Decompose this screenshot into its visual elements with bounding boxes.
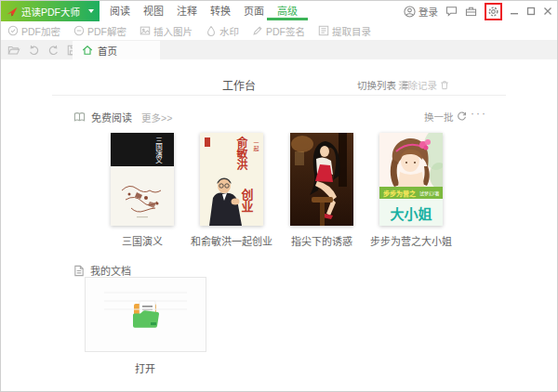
home-icon xyxy=(82,45,93,56)
toolbar-label: PDF签名 xyxy=(266,24,305,38)
toolbar-item-insert-image[interactable]: 插入图片 xyxy=(140,24,193,38)
menu-tab-page[interactable]: 页面 xyxy=(237,1,271,21)
book-title: 和俞敏洪一起创业 xyxy=(191,233,272,248)
refresh-icon xyxy=(457,111,467,122)
book-stack-icon xyxy=(73,111,86,123)
app-logo-menu[interactable]: 迅读PDF大师 xyxy=(1,1,100,21)
droplet-icon xyxy=(206,25,217,36)
logo-dropdown-caret-icon xyxy=(88,9,94,13)
toolbar-item-pdf-sign[interactable]: PDF签名 xyxy=(252,24,305,38)
advanced-toolbar: PDF加密 PDF解密 插入图片 水印 PDF签名 xyxy=(1,21,557,41)
unlock-circle-icon xyxy=(73,25,85,36)
clear-records-label: 清除记录 xyxy=(398,78,437,92)
book-cover-image: 三国演义 xyxy=(111,133,174,226)
document-icon xyxy=(73,265,85,277)
toolbar-item-pdf-encrypt[interactable]: PDF加密 xyxy=(7,24,60,38)
menu-tab-read[interactable]: 阅读 xyxy=(103,1,137,21)
gear-icon[interactable] xyxy=(487,6,499,18)
window-controls: 登录 xyxy=(404,1,552,21)
login-button[interactable]: 登录 xyxy=(404,5,438,19)
close-icon[interactable] xyxy=(543,7,552,16)
overflow-menu[interactable]: ··· xyxy=(471,107,487,120)
menu-tab-advanced[interactable]: 高级 xyxy=(271,1,304,21)
svg-text:大小姐: 大小姐 xyxy=(390,206,432,222)
undo-icon[interactable] xyxy=(28,45,40,56)
book-card-daxiaojie[interactable]: 步步为营之 试梦幻/著 大小姐 步步为营之大小姐 xyxy=(379,133,443,226)
menu-tab-annotate[interactable]: 注释 xyxy=(170,1,204,21)
svg-text:俞敏洪: 俞敏洪 xyxy=(234,136,248,171)
toolbar-label: 水印 xyxy=(219,24,239,38)
svg-text:创业: 创业 xyxy=(240,188,255,213)
more-link[interactable]: 更多>> xyxy=(141,111,172,124)
book-title: 指尖下的诱惑 xyxy=(291,233,352,248)
toolbar-label: PDF加密 xyxy=(21,24,60,38)
free-reading-title: 免费阅读 xyxy=(91,110,132,124)
title-bar: 迅读PDF大师 阅读 视图 注释 转换 页面 高级 登录 xyxy=(1,1,557,21)
trash-icon xyxy=(440,80,449,90)
briefcase-icon[interactable] xyxy=(465,6,477,17)
folder-open-icon[interactable] xyxy=(7,45,20,56)
maximize-icon[interactable] xyxy=(526,7,536,16)
clear-records-button[interactable]: 清除记录 xyxy=(398,78,449,92)
menu-tab-convert[interactable]: 转换 xyxy=(204,1,237,21)
toolbar-label: 提取目录 xyxy=(332,24,371,38)
book-card-sanguoyanyi[interactable]: 三国演义 三国演义 xyxy=(111,133,174,226)
toolbar-item-extract-toc[interactable]: 提取目录 xyxy=(318,24,371,38)
book-cover-image: 步步为营之 试梦幻/著 大小姐 xyxy=(379,133,443,226)
extract-list-icon xyxy=(318,25,329,36)
book-cover-image xyxy=(290,133,353,226)
toolbar-item-watermark[interactable]: 水印 xyxy=(206,24,239,38)
logo-icon xyxy=(7,7,18,17)
gear-annotation-box xyxy=(485,3,502,20)
minimize-icon[interactable] xyxy=(510,7,519,16)
quick-access-bar xyxy=(7,41,78,59)
free-reading-header: 免费阅读 更多>> xyxy=(73,110,172,124)
main-menu: 阅读 视图 注释 转换 页面 高级 xyxy=(103,1,304,21)
book-title: 步步为营之大小姐 xyxy=(370,233,452,248)
page-title: 工作台 xyxy=(222,77,256,93)
watermark-decoration xyxy=(93,285,198,344)
switch-list-label: 切换列表 xyxy=(357,78,396,92)
change-batch-label: 换一批 xyxy=(424,110,454,124)
pen-icon xyxy=(252,25,263,36)
workbench-page: 工作台 切换列表 清除记录 免费阅读 更多>> 换一批 xyxy=(1,59,557,391)
app-title: 迅读PDF大师 xyxy=(21,5,80,19)
section-divider xyxy=(52,95,506,96)
book-card-yuminhong[interactable]: 俞敏洪 一起 创业 和俞敏洪一起创业 xyxy=(200,133,263,226)
book-card-zhijian[interactable]: 指尖下的诱惑 xyxy=(290,133,353,226)
user-icon xyxy=(404,6,416,18)
login-label: 登录 xyxy=(418,5,438,19)
chat-bubble-icon[interactable] xyxy=(445,6,458,17)
my-documents-title: 我的文档 xyxy=(90,263,131,278)
open-label: 打开 xyxy=(135,360,155,375)
tab-strip: 首页 xyxy=(1,41,557,59)
app-window: 迅读PDF大师 阅读 视图 注释 转换 页面 高级 登录 xyxy=(0,0,558,392)
book-title: 三国演义 xyxy=(122,233,163,248)
toolbar-label: PDF解密 xyxy=(87,24,126,38)
lock-circle-icon xyxy=(7,25,19,36)
my-documents-header: 我的文档 xyxy=(73,263,131,278)
change-batch-button[interactable]: 换一批 xyxy=(424,110,467,124)
toolbar-item-pdf-decrypt[interactable]: PDF解密 xyxy=(73,24,126,38)
svg-text:三国演义: 三国演义 xyxy=(154,137,163,164)
toolbar-label: 插入图片 xyxy=(153,24,193,38)
svg-text:步步为营之: 步步为营之 xyxy=(383,189,416,198)
tab-home[interactable]: 首页 xyxy=(73,41,160,59)
redo-icon[interactable] xyxy=(47,45,60,56)
menu-tab-view[interactable]: 视图 xyxy=(137,1,170,21)
home-tab-label: 首页 xyxy=(98,44,117,58)
svg-text:一起: 一起 xyxy=(253,140,259,152)
open-document-card[interactable] xyxy=(85,277,206,352)
book-cover-image: 俞敏洪 一起 创业 xyxy=(200,133,263,226)
image-icon xyxy=(140,25,151,36)
svg-text:试梦幻/著: 试梦幻/著 xyxy=(419,190,439,197)
